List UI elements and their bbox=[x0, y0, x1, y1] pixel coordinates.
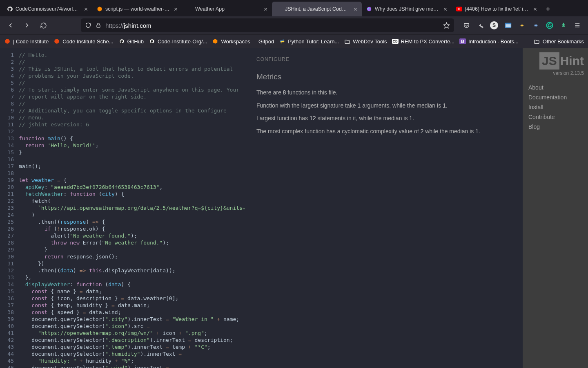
tab-close-icon[interactable] bbox=[262, 6, 269, 12]
code-line: 1// Hello. bbox=[0, 52, 245, 58]
back-button[interactable] bbox=[4, 19, 17, 32]
brand-js: JS bbox=[539, 52, 559, 70]
code-content: alert("No weather found."); bbox=[19, 232, 245, 239]
bookmark-icon bbox=[118, 38, 125, 45]
bookmark-label: Code Institute Sche... bbox=[62, 38, 113, 45]
code-content: } bbox=[19, 246, 245, 253]
code-content: document.querySelector(".city").innerTex… bbox=[19, 316, 245, 323]
svg-marker-13 bbox=[213, 39, 218, 44]
line-number: 19 bbox=[0, 177, 19, 184]
line-number: 31 bbox=[0, 260, 19, 267]
code-line: 29 } bbox=[0, 246, 245, 253]
extension-window-icon[interactable] bbox=[501, 19, 514, 32]
code-content: apiKey: "aeaadd7bd3ef0726b64f6538463c761… bbox=[19, 184, 245, 191]
pocket-icon[interactable] bbox=[460, 19, 473, 32]
bookmark-star-icon[interactable] bbox=[443, 22, 450, 29]
bookmark-label: REM to PX Converte... bbox=[401, 38, 455, 45]
code-line: 9// Additionally, you can toggle specifi… bbox=[0, 107, 245, 114]
bookmark-item[interactable]: Code-Institute-Org/... bbox=[149, 38, 207, 45]
sidebar-nav-link[interactable]: Blog bbox=[528, 123, 582, 130]
extension-burst-icon[interactable]: ✷ bbox=[529, 19, 542, 32]
code-content: if (!response.ok) { bbox=[19, 225, 245, 232]
line-number: 43 bbox=[0, 343, 19, 350]
tab-close-icon[interactable] bbox=[352, 6, 359, 12]
url-bar[interactable]: https://jshint.com bbox=[81, 18, 454, 32]
metrics-panel: CONFIGURE Metrics There are 8 functions … bbox=[245, 48, 523, 368]
bookmark-item[interactable]: Code Institute Sche... bbox=[53, 38, 113, 45]
bookmark-item[interactable]: WebDev Tools bbox=[344, 38, 387, 45]
tab-close-icon[interactable] bbox=[532, 6, 538, 12]
line-number: 7 bbox=[0, 93, 19, 100]
code-line: 15} bbox=[0, 149, 245, 156]
browser-tab[interactable]: CodeConnoisseur74/world-weat bbox=[2, 2, 92, 16]
code-line: 22 fetch( bbox=[0, 197, 245, 204]
tab-label: CodeConnoisseur74/world-weat bbox=[16, 6, 80, 12]
sidebar-nav-link[interactable]: Documentation bbox=[528, 94, 582, 101]
extension-flame-icon[interactable]: ✦ bbox=[515, 19, 528, 32]
browser-tab[interactable]: script.js — world-weather-p2 — bbox=[92, 2, 182, 16]
reload-button[interactable] bbox=[37, 19, 50, 32]
bookmark-item[interactable]: Python Tutor: Learn... bbox=[279, 38, 339, 45]
code-content: // Additionally, you can toggle specific… bbox=[19, 107, 245, 114]
code-line: 24 ) bbox=[0, 211, 245, 218]
new-tab-button[interactable] bbox=[541, 2, 555, 16]
sidebar-nav-link[interactable]: Install bbox=[528, 104, 582, 110]
svg-point-8 bbox=[547, 22, 553, 29]
sidebar-nav-link[interactable]: Contribute bbox=[528, 114, 582, 120]
tab-close-icon[interactable] bbox=[172, 6, 179, 12]
bookmark-icon: Cb bbox=[392, 38, 399, 45]
bookmark-item[interactable]: | Code Institute bbox=[4, 38, 49, 45]
code-line: 28 throw new Error("No weather found."); bbox=[0, 239, 245, 246]
line-number: 26 bbox=[0, 225, 19, 232]
code-editor[interactable]: 1// Hello.2//3// This is JSHint, a tool … bbox=[0, 48, 245, 368]
metrics-functions: There are 8 functions in this file. bbox=[256, 88, 511, 97]
wrench-icon[interactable] bbox=[474, 19, 487, 32]
extension-s-icon[interactable]: S bbox=[488, 19, 501, 32]
code-content: document.querySelector(".wind").innerTex… bbox=[19, 364, 245, 368]
extension-tree-icon[interactable] bbox=[557, 19, 570, 32]
app-menu-icon[interactable] bbox=[571, 19, 584, 32]
shield-icon[interactable] bbox=[85, 22, 91, 29]
tab-close-icon[interactable] bbox=[82, 6, 89, 12]
tab-close-icon[interactable] bbox=[442, 6, 448, 12]
svg-point-2 bbox=[368, 8, 370, 9]
browser-tab[interactable]: (4406) How to fix the 'let' is avai bbox=[452, 2, 541, 16]
svg-point-1 bbox=[367, 7, 372, 11]
configure-link[interactable]: CONFIGURE bbox=[256, 56, 511, 63]
line-number: 22 bbox=[0, 197, 19, 204]
sidebar-nav: AboutDocumentationInstallContributeBlog bbox=[523, 77, 588, 137]
favicon-icon bbox=[276, 6, 283, 12]
extension-grammarly-icon[interactable] bbox=[543, 19, 556, 32]
browser-tab[interactable]: JSHint, a JavaScript Code Quality To bbox=[272, 2, 362, 16]
forward-button[interactable] bbox=[20, 19, 33, 32]
code-content: const { speed } = data.wind; bbox=[19, 309, 245, 316]
line-number: 14 bbox=[0, 142, 19, 149]
code-line: 8// bbox=[0, 100, 245, 107]
bookmark-item[interactable]: Workspaces — Gitpod bbox=[212, 38, 274, 45]
bookmark-item[interactable]: GitHub bbox=[118, 38, 144, 45]
code-line: 33 }, bbox=[0, 274, 245, 281]
code-content: }, bbox=[19, 274, 245, 281]
lock-icon[interactable] bbox=[96, 22, 101, 28]
line-number: 1 bbox=[0, 52, 19, 58]
metrics-complexity: The most complex function has a cyclomat… bbox=[256, 127, 511, 136]
code-line: 13function main() { bbox=[0, 135, 245, 142]
sidebar-nav-link[interactable]: About bbox=[528, 84, 582, 91]
code-line: 26 if (!response.ok) { bbox=[0, 225, 245, 232]
favicon-icon bbox=[186, 6, 193, 12]
bookmark-item[interactable]: BIntroduction · Boots... bbox=[459, 38, 519, 45]
bookmark-item[interactable]: CbREM to PX Converte... bbox=[392, 38, 455, 45]
browser-tab[interactable]: Weather App bbox=[182, 2, 272, 16]
code-line: 43 document.querySelector(".temp").inner… bbox=[0, 343, 245, 350]
code-line: 11// jshint esversion: 6 bbox=[0, 121, 245, 128]
code-content: return 'Hello, World!'; bbox=[19, 142, 245, 149]
code-line: 2// bbox=[0, 58, 245, 65]
url-text: https://jshint.com bbox=[105, 22, 439, 29]
code-line: 25 .then((response) => { bbox=[0, 218, 245, 225]
browser-tab[interactable]: Why does JSHint give me these ı bbox=[362, 2, 452, 16]
other-bookmarks[interactable]: Other Bookmarks bbox=[534, 38, 584, 45]
line-number: 20 bbox=[0, 184, 19, 191]
bookmark-label: Workspaces — Gitpod bbox=[221, 38, 274, 45]
code-content: // Hello. bbox=[19, 52, 245, 58]
code-content: "https://openweathermap.org/img/wn/" + i… bbox=[19, 330, 245, 337]
